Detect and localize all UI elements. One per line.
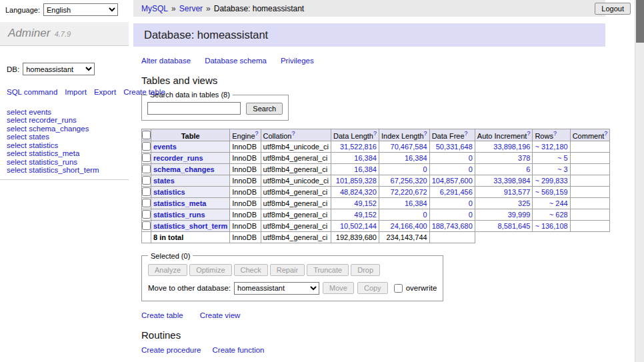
column-help-link[interactable]: ? — [255, 130, 259, 137]
index-length-link[interactable]: 0 — [423, 211, 427, 219]
data-length-link[interactable]: 48,824,320 — [340, 188, 377, 196]
sidebar-table-link[interactable]: select recorder_runs — [7, 116, 129, 125]
create-link[interactable]: Create table — [141, 311, 183, 319]
move-button[interactable]: Move — [323, 282, 354, 294]
logout-button[interactable]: Logout — [595, 3, 631, 15]
selected-action-button[interactable]: Repair — [270, 264, 305, 276]
sidebar-action-link[interactable]: Export — [94, 88, 116, 96]
selected-action-button[interactable]: Drop — [351, 264, 380, 276]
row-select-checkbox[interactable] — [142, 187, 151, 196]
column-help-link[interactable]: ? — [553, 130, 557, 137]
db-select[interactable]: homeassistant — [23, 63, 95, 75]
data-free-link[interactable]: 0 — [469, 154, 473, 162]
sidebar-table-link[interactable]: select statistics_meta — [7, 149, 129, 158]
row-select-checkbox[interactable] — [142, 142, 151, 151]
rows-link[interactable]: ~ 3 — [557, 165, 568, 173]
row-select-checkbox[interactable] — [142, 210, 151, 219]
index-length-link[interactable]: 0 — [423, 165, 427, 173]
index-length-link[interactable]: 16,384 — [405, 199, 427, 207]
data-free-link[interactable]: 0 — [469, 211, 473, 219]
table-name-link[interactable]: statistics_runs — [153, 211, 205, 219]
index-length-link[interactable]: 24,166,400 — [391, 222, 427, 230]
data-free-link[interactable]: 0 — [469, 165, 473, 173]
data-length-link[interactable]: 49,152 — [354, 211, 377, 219]
data-free-link[interactable]: 50,331,648 — [436, 143, 473, 151]
breadcrumb-server-link[interactable]: Server — [179, 4, 203, 13]
language-select[interactable]: English — [43, 3, 118, 16]
breadcrumb-mysql-link[interactable]: MySQL — [141, 4, 168, 13]
row-select-checkbox[interactable] — [142, 165, 151, 173]
auto-increment-link[interactable]: 33,898,196 — [493, 143, 530, 151]
data-free-link[interactable]: 188,743,680 — [432, 222, 473, 230]
vertical-scrollbar[interactable] — [635, 0, 644, 362]
sidebar-table-link[interactable]: select states — [7, 133, 129, 141]
rows-link[interactable]: ~ 244 — [549, 199, 568, 207]
auto-increment-link[interactable]: 913,577 — [504, 188, 531, 196]
sidebar-table-link[interactable]: select events — [7, 108, 129, 117]
rows-link[interactable]: ~ 5 — [557, 154, 568, 162]
database-action-link[interactable]: Alter database — [141, 57, 191, 65]
row-select-checkbox[interactable] — [142, 153, 151, 162]
rows-link[interactable]: ~ 299,833 — [535, 177, 567, 185]
table-name-link[interactable]: schema_changes — [153, 165, 215, 173]
routine-link[interactable]: Create function — [213, 346, 265, 354]
sidebar-action-link[interactable]: SQL command — [7, 88, 57, 96]
data-free-link[interactable]: 0 — [469, 199, 473, 207]
selected-action-button[interactable]: Truncate — [307, 264, 349, 276]
sidebar-action-link[interactable]: Import — [65, 88, 87, 96]
rows-link[interactable]: ~ 312,180 — [535, 143, 567, 151]
table-name-link[interactable]: recorder_runs — [153, 154, 203, 162]
search-button[interactable]: Search — [246, 103, 283, 115]
auto-increment-link[interactable]: 8,581,645 — [497, 222, 530, 230]
column-help-link[interactable]: ? — [373, 130, 377, 137]
data-length-link[interactable]: 16,384 — [354, 154, 377, 162]
search-input[interactable] — [147, 102, 241, 115]
database-action-link[interactable]: Privileges — [281, 57, 314, 65]
data-free-link[interactable]: 104,857,600 — [432, 177, 473, 185]
row-select-checkbox[interactable] — [142, 221, 151, 230]
index-length-link[interactable]: 67,256,320 — [391, 177, 427, 185]
auto-increment-link[interactable]: 39,999 — [508, 211, 531, 219]
sidebar-action-link[interactable]: Create table — [123, 88, 165, 96]
index-length-link[interactable]: 72,220,672 — [391, 188, 427, 196]
database-action-link[interactable]: Database schema — [205, 57, 267, 65]
data-free-link[interactable]: 6,291,456 — [440, 188, 473, 196]
selected-action-button[interactable]: Optimize — [189, 264, 231, 276]
sidebar-table-link[interactable]: select statistics_runs — [7, 158, 129, 167]
column-help-link[interactable]: ? — [465, 130, 468, 137]
auto-increment-link[interactable]: 378 — [518, 154, 530, 162]
column-help-link[interactable]: ? — [527, 130, 530, 137]
selected-action-button[interactable]: Check — [234, 264, 268, 276]
app-name-link[interactable]: Adminer — [8, 27, 50, 39]
row-select-checkbox[interactable] — [142, 199, 151, 207]
index-length-link[interactable]: 16,384 — [405, 154, 427, 162]
table-name-link[interactable]: statistics — [153, 188, 185, 196]
data-length-link[interactable]: 31,522,816 — [340, 143, 377, 151]
data-length-link[interactable]: 101,859,328 — [336, 177, 377, 185]
rows-link[interactable]: ~ 136,108 — [535, 222, 567, 230]
auto-increment-link[interactable]: 6 — [526, 165, 530, 173]
table-name-link[interactable]: events — [153, 143, 177, 151]
table-name-link[interactable]: statistics_short_term — [153, 222, 227, 230]
rows-link[interactable]: ~ 569,159 — [535, 188, 567, 196]
data-length-link[interactable]: 10,502,144 — [340, 222, 377, 230]
overwrite-checkbox[interactable] — [394, 284, 403, 293]
copy-button[interactable]: Copy — [357, 282, 388, 294]
column-help-link[interactable]: ? — [424, 130, 427, 137]
sidebar-table-link[interactable]: select statistics — [7, 141, 129, 150]
data-length-link[interactable]: 16,384 — [354, 165, 377, 173]
scrollbar-thumb[interactable] — [636, 0, 644, 43]
sidebar-table-link[interactable]: select statistics_short_term — [7, 166, 129, 175]
move-database-select[interactable]: homeassistant — [234, 282, 319, 295]
selected-action-button[interactable]: Analyze — [148, 264, 187, 276]
data-length-link[interactable]: 49,152 — [354, 199, 377, 207]
routine-link[interactable]: Create procedure — [141, 346, 201, 354]
index-length-link[interactable]: 70,467,584 — [391, 143, 427, 151]
rows-link[interactable]: ~ 628 — [549, 211, 568, 219]
table-name-link[interactable]: statistics_meta — [153, 199, 207, 207]
select-all-checkbox[interactable] — [142, 131, 151, 139]
row-select-checkbox[interactable] — [142, 176, 151, 185]
sidebar-table-link[interactable]: select schema_changes — [7, 125, 129, 133]
auto-increment-link[interactable]: 33,398,984 — [493, 177, 530, 185]
table-name-link[interactable]: states — [153, 177, 175, 185]
